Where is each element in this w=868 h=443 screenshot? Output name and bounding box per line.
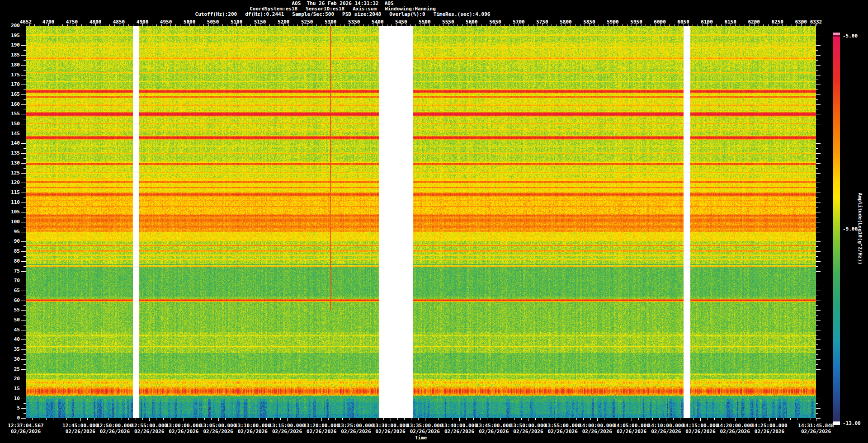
record-axis-minor-tick [293, 24, 293, 26]
record-axis-minor-tick [250, 24, 251, 26]
freq-axis-right-minor-tick [816, 50, 818, 51]
freq-axis-right-major-tick [816, 359, 821, 360]
time-axis-minor-tick [294, 418, 294, 420]
freq-axis-right-minor-tick [816, 296, 818, 296]
freq-axis-right-minor-tick [816, 354, 818, 355]
freq-axis-minor-tick [24, 148, 26, 149]
record-axis-minor-tick [368, 24, 368, 26]
spectrogram-plot[interactable] [26, 26, 816, 418]
freq-axis-right-minor-tick [816, 237, 818, 237]
time-axis-label-time: 12:45:00.000 [62, 423, 98, 429]
record-axis-minor-tick [669, 24, 670, 26]
time-axis-minor-tick [500, 418, 501, 420]
freq-axis-label: 125 [1, 170, 20, 176]
record-axis-minor-tick [589, 24, 590, 26]
freq-axis-minor-tick [24, 335, 26, 335]
freq-axis-minor-tick [24, 90, 26, 90]
record-axis-minor-tick [208, 24, 209, 26]
record-axis-minor-tick [702, 24, 703, 26]
freq-axis-right-minor-tick [816, 315, 818, 316]
record-axis-minor-tick [133, 24, 133, 26]
record-axis-minor-tick [359, 24, 359, 26]
freq-axis-label: 50 [1, 317, 20, 323]
freq-axis-major-tick [21, 183, 26, 183]
record-axis-minor-tick [175, 24, 176, 26]
time-axis-label-date: 02/26/2026 [444, 429, 474, 434]
time-axis-minor-tick [638, 418, 639, 420]
time-axis-label-date: 02/26/2026 [203, 429, 233, 434]
time-axis-label-date: 02/26/2026 [801, 429, 831, 434]
freq-axis-major-tick [21, 369, 26, 370]
time-axis-minor-tick [53, 418, 53, 420]
record-axis-minor-tick [105, 24, 105, 26]
freq-axis-major-tick [21, 281, 26, 281]
time-axis-minor-tick [108, 418, 108, 420]
freq-axis-major-tick [21, 291, 26, 291]
time-axis-major-tick [115, 418, 115, 421]
freq-axis-label: 5 [1, 405, 20, 411]
freq-axis-label: 90 [1, 238, 20, 244]
time-axis-minor-tick [66, 418, 67, 420]
record-axis-minor-tick [91, 24, 91, 26]
record-axis-minor-tick [622, 24, 623, 26]
record-axis-minor-tick [283, 24, 284, 26]
freq-axis-label: 100 [1, 219, 20, 225]
record-axis-minor-tick [632, 24, 632, 26]
record-axis-minor-tick [236, 24, 237, 26]
record-axis-minor-tick [377, 24, 378, 26]
record-axis-minor-tick [429, 24, 430, 26]
freq-axis-label: 160 [1, 101, 20, 107]
record-axis-minor-tick [768, 24, 769, 26]
time-axis-minor-tick [508, 418, 508, 420]
freq-axis-right-major-tick [816, 389, 821, 389]
freq-axis-right-major-tick [816, 251, 821, 252]
freq-axis-label: 140 [1, 140, 20, 146]
freq-axis-major-tick [21, 114, 26, 114]
freq-axis-right-minor-tick [816, 227, 818, 227]
time-axis-minor-tick [342, 418, 343, 420]
freq-axis-major-tick [21, 45, 26, 46]
time-axis-label-date: 02/26/2026 [272, 429, 302, 434]
time-axis-major-tick [184, 418, 184, 421]
record-axis-minor-tick [655, 24, 656, 26]
freq-axis-label: 120 [1, 179, 20, 185]
time-axis-label-time: 13:15:00.000 [269, 423, 305, 429]
freq-axis-label: 115 [1, 189, 20, 195]
record-axis-minor-tick [119, 24, 119, 26]
record-axis-minor-tick [542, 24, 542, 26]
time-axis-minor-tick [397, 418, 398, 420]
record-axis-minor-tick [566, 24, 566, 26]
record-axis-minor-tick [29, 24, 30, 26]
freq-axis-right-major-tick [816, 85, 821, 85]
time-axis-minor-tick [301, 418, 301, 420]
freq-axis-major-tick [21, 55, 26, 56]
freq-axis-right-minor-tick [816, 256, 818, 257]
freq-axis-minor-tick [24, 296, 26, 296]
time-axis-label-date: 02/26/2026 [169, 429, 198, 434]
record-axis-minor-tick [679, 24, 679, 26]
record-axis-minor-tick [382, 24, 383, 26]
time-axis-major-tick [597, 418, 598, 421]
record-axis-minor-tick [434, 24, 434, 26]
record-axis-minor-tick [392, 24, 392, 26]
freq-axis-label: 200 [1, 23, 20, 28]
record-axis-minor-tick [721, 24, 722, 26]
time-axis-minor-tick [363, 418, 363, 420]
time-axis-major-tick [816, 418, 816, 421]
colorbar [833, 33, 840, 425]
aos-app-window: AOS Thu 26 Feb 2026 14:31:32 AOS CoordSy… [0, 0, 868, 443]
freq-axis-right-major-tick [816, 349, 821, 350]
freq-axis-right-major-tick [816, 36, 821, 36]
time-axis-label-date: 02/26/2026 [134, 429, 164, 434]
record-axis-minor-tick [269, 24, 270, 26]
time-axis-minor-tick [542, 418, 542, 420]
record-axis-minor-tick [39, 24, 39, 26]
record-axis-minor-tick [86, 24, 86, 26]
time-axis-label-time: 14:00:00.000 [579, 423, 615, 429]
time-axis-minor-tick [349, 418, 349, 420]
header-params-row2: Cutoff(Hz):200df(Hz):0.2441Sample/Sec:50… [0, 12, 685, 17]
freq-axis-minor-tick [24, 139, 26, 139]
time-axis-minor-tick [749, 418, 749, 420]
time-axis-major-tick [735, 418, 736, 421]
freq-axis-minor-tick [24, 374, 26, 374]
